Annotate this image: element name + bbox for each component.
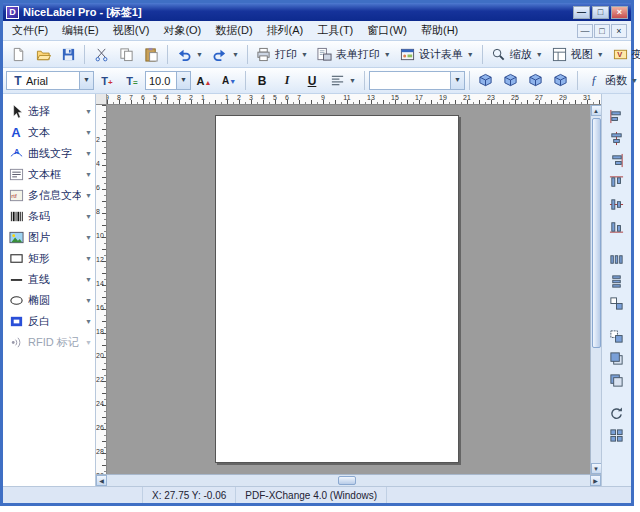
scroll-right-icon[interactable]: ▶: [590, 475, 601, 486]
cut-button[interactable]: [89, 43, 113, 65]
menu-view[interactable]: 视图(V): [106, 20, 157, 41]
font-name-combo[interactable]: TArial▼: [6, 71, 94, 90]
chevron-down-icon: ▼: [85, 339, 92, 346]
tool-ellipse[interactable]: 椭圆▼: [3, 290, 95, 311]
scroll-down-icon[interactable]: ▼: [591, 463, 602, 474]
vertical-scrollbar[interactable]: ▲ ▼: [590, 105, 601, 474]
text-style-fixed-button[interactable]: T=: [120, 70, 144, 92]
scroll-left-icon[interactable]: ◀: [96, 475, 107, 486]
close-button[interactable]: ×: [611, 6, 628, 19]
new-document-button[interactable]: [6, 43, 30, 65]
label-page[interactable]: [215, 115, 459, 463]
mdi-minimize-button[interactable]: —: [577, 24, 593, 38]
ruler-label: 3: [177, 94, 181, 101]
open-document-button[interactable]: [31, 43, 55, 65]
vertical-scroll-thumb[interactable]: [592, 118, 601, 348]
tool-select[interactable]: 选择▼: [3, 101, 95, 122]
functions-button[interactable]: ƒ函数▼: [582, 70, 640, 92]
menu-tools[interactable]: 工具(T): [310, 20, 360, 41]
align-bottom-button[interactable]: [606, 216, 628, 236]
mdi-close-button[interactable]: ×: [611, 24, 627, 38]
undo-button[interactable]: ▼: [172, 43, 207, 65]
group-objects-button[interactable]: [606, 326, 628, 346]
align-left-button[interactable]: [606, 106, 628, 126]
font-decrease-button[interactable]: A▼: [217, 70, 241, 92]
bold-button[interactable]: B: [250, 70, 274, 92]
zoom-button[interactable]: 缩放▼: [487, 43, 547, 65]
view-mode-button[interactable]: 视图▼: [548, 43, 608, 65]
horizontal-scroll-thumb[interactable]: [338, 476, 356, 485]
picture-label: 图片: [28, 230, 50, 245]
align-middle-vertical-button[interactable]: [606, 194, 628, 214]
menu-object[interactable]: 对象(O): [156, 20, 208, 41]
make-same-size-button[interactable]: [606, 293, 628, 313]
tool-rich-text-box[interactable]: rtf多信息文本框▼: [3, 185, 95, 206]
menu-file[interactable]: 文件(F): [5, 20, 55, 41]
paste-button[interactable]: [139, 43, 163, 65]
menu-help[interactable]: 帮助(H): [414, 20, 465, 41]
chevron-down-icon[interactable]: ▼: [79, 72, 93, 89]
font-size-combo[interactable]: 10.0▼: [145, 71, 191, 90]
variable-button[interactable]: V变量▼: [609, 43, 640, 65]
object-3d-box-button[interactable]: [474, 70, 498, 92]
object-3d-depth-button[interactable]: [524, 70, 548, 92]
menu-arrange[interactable]: 排列(A): [260, 20, 311, 41]
mdi-restore-button[interactable]: □: [594, 24, 610, 38]
font-size-value: 10.0: [149, 75, 176, 87]
tool-curved-text[interactable]: A曲线文字▼: [3, 143, 95, 164]
ruler-label: 13: [367, 94, 375, 101]
chevron-down-icon[interactable]: ▼: [176, 72, 190, 89]
align-right-button[interactable]: [606, 150, 628, 170]
italic-button[interactable]: I: [275, 70, 299, 92]
window-title: NiceLabel Pro - [标签1]: [23, 5, 569, 20]
object-3d-light-button[interactable]: [549, 70, 573, 92]
text-box-icon: [8, 167, 24, 183]
tool-text[interactable]: A文本▼: [3, 122, 95, 143]
distribute-vertical-button[interactable]: [606, 271, 628, 291]
rotate-object-button[interactable]: [606, 403, 628, 423]
horizontal-scrollbar[interactable]: ◀ ▶: [96, 474, 601, 486]
chevron-down-icon[interactable]: ▼: [450, 72, 464, 89]
minimize-button[interactable]: —: [573, 6, 590, 19]
tool-rfid-tag: RFID 标记▼: [3, 332, 95, 353]
tool-rectangle[interactable]: 矩形▼: [3, 248, 95, 269]
menu-edit[interactable]: 编辑(E): [55, 20, 106, 41]
text-align-button[interactable]: ▼: [325, 70, 360, 92]
object-style-combo[interactable]: ▼: [369, 71, 465, 90]
tool-text-box[interactable]: 文本框▼: [3, 164, 95, 185]
send-to-back-button[interactable]: [606, 370, 628, 390]
snap-grid-button[interactable]: [606, 425, 628, 445]
scroll-up-icon[interactable]: ▲: [591, 105, 602, 116]
print-button[interactable]: 打印▼: [252, 43, 312, 65]
menu-data[interactable]: 数据(D): [208, 20, 259, 41]
redo-button[interactable]: ▼: [208, 43, 243, 65]
copy-button[interactable]: [114, 43, 138, 65]
menu-window[interactable]: 窗口(W): [360, 20, 414, 41]
design-form-button[interactable]: 设计表单▼: [396, 43, 478, 65]
align-top-button[interactable]: [606, 172, 628, 192]
object-3d-rotate-button[interactable]: [499, 70, 523, 92]
ellipse-icon: [8, 293, 24, 309]
object-3d-rotate-icon: [503, 73, 519, 89]
tool-barcode[interactable]: 条码▼: [3, 206, 95, 227]
text-style-favorite-button[interactable]: T+: [95, 70, 119, 92]
maximize-button[interactable]: □: [592, 6, 609, 19]
distribute-horizontal-button[interactable]: [606, 249, 628, 269]
tool-line[interactable]: 直线▼: [3, 269, 95, 290]
tool-picture[interactable]: 图片▼: [3, 227, 95, 248]
font-increase-button[interactable]: A▲: [192, 70, 216, 92]
functions-icon: ƒ: [586, 73, 602, 89]
horizontal-ruler: 987654321123456791113151719212325272931: [107, 94, 601, 105]
ruler-label: 7: [129, 94, 133, 101]
save-document-button[interactable]: [56, 43, 80, 65]
text-box-label: 文本框: [28, 167, 61, 182]
align-center-horizontal-button[interactable]: [606, 128, 628, 148]
underline-button[interactable]: U: [300, 70, 324, 92]
object-toolbox: 选择▼A文本▼A曲线文字▼文本框▼rtf多信息文本框▼条码▼图片▼矩形▼直线▼椭…: [3, 94, 96, 486]
object-3d-depth-icon: [528, 73, 544, 89]
rfid-tag-label: RFID 标记: [28, 335, 79, 350]
tool-inverse[interactable]: 反白▼: [3, 311, 95, 332]
bring-to-front-button[interactable]: [606, 348, 628, 368]
form-print-button[interactable]: 表单打印▼: [313, 43, 395, 65]
design-canvas[interactable]: [107, 105, 590, 474]
